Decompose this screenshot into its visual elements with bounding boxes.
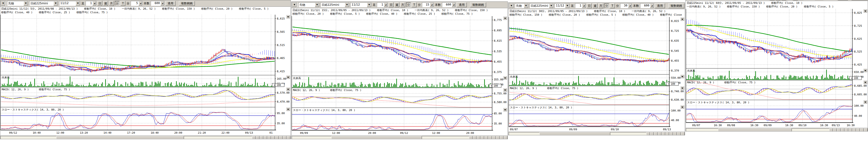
tick-button[interactable]: T xyxy=(793,0,798,0)
month-button[interactable]: 月 xyxy=(598,3,603,8)
mini-tool-button[interactable] xyxy=(480,136,484,139)
bar-count-spinner[interactable]: 600◢ xyxy=(442,2,456,7)
mini-tool-button[interactable] xyxy=(264,136,267,139)
chart-plot[interactable]: 09/1210:4012:0013:2014:4017:2018:4020:00… xyxy=(0,15,290,135)
pane-menu-button[interactable] xyxy=(503,108,507,111)
mini-tool-button[interactable] xyxy=(271,136,275,139)
mini-tool-button[interactable] xyxy=(669,132,673,135)
minute-button[interactable]: 分 xyxy=(787,0,792,0)
mini-tool-button[interactable] xyxy=(661,132,665,135)
scrollbar-thumb[interactable] xyxy=(56,136,184,139)
month-button[interactable]: 月 xyxy=(781,0,786,0)
multi-symbol-button[interactable]: 複数銘柄 xyxy=(669,3,684,8)
symbol-select[interactable]: 日経225mini▼ xyxy=(320,2,349,7)
mini-tool-button[interactable] xyxy=(279,136,283,139)
multi-symbol-button[interactable]: 複数銘柄 xyxy=(851,0,867,0)
bar-type-spinner[interactable]: 1◢ xyxy=(377,2,388,7)
mini-tool-button[interactable] xyxy=(473,136,476,139)
minute-button[interactable]: 分 xyxy=(406,2,411,7)
apply-button[interactable]: 適用 xyxy=(655,3,665,8)
mini-tool-button[interactable] xyxy=(504,136,507,139)
mini-tool-button[interactable] xyxy=(485,136,488,139)
category-select[interactable]: 先物▼ xyxy=(692,0,709,0)
chart-plot[interactable]: 09/0709/0909/1009/138,8158,7258,6358,545… xyxy=(508,17,685,132)
mini-tool-button[interactable] xyxy=(260,136,263,139)
mini-tool-button[interactable] xyxy=(268,136,271,139)
pane-menu-button[interactable] xyxy=(864,81,867,84)
contract-select[interactable]: 11/12▼ xyxy=(735,0,753,0)
chart-plot[interactable]: 09/0912:0020:0009/1212:0020:008,7758,695… xyxy=(291,16,507,135)
apply-button[interactable]: 適用 xyxy=(457,2,467,7)
mini-tool-button[interactable] xyxy=(283,136,286,139)
mini-tool-button[interactable] xyxy=(864,128,868,131)
mini-tool-button[interactable] xyxy=(841,128,844,131)
mini-tool-button[interactable] xyxy=(654,132,657,135)
week-button[interactable]: 週 xyxy=(395,2,399,7)
panel-menu-select[interactable]: ▼ xyxy=(292,2,297,7)
bar-type-spinner[interactable]: 1◢ xyxy=(575,3,586,8)
week-button[interactable]: 週 xyxy=(776,0,780,0)
mini-tool-button[interactable] xyxy=(646,132,650,135)
day-button[interactable]: 日 xyxy=(587,3,592,8)
panel-menu-select[interactable]: ▼ xyxy=(509,3,514,8)
month-button[interactable]: 月 xyxy=(400,2,405,7)
minute-button[interactable]: 分 xyxy=(115,1,120,6)
mini-tool-button[interactable] xyxy=(673,132,677,135)
mini-tool-button[interactable] xyxy=(845,128,848,131)
mini-tool-button[interactable] xyxy=(650,132,654,135)
pane-menu-button[interactable] xyxy=(503,76,507,79)
category-select[interactable]: 先物▼ xyxy=(298,2,319,7)
panel-menu-select[interactable]: ▼ xyxy=(1,1,6,6)
apply-button[interactable]: 適用 xyxy=(838,0,848,0)
pane-menu-button[interactable] xyxy=(286,108,290,111)
day-button[interactable]: 日 xyxy=(389,2,394,7)
mini-tool-button[interactable] xyxy=(488,136,492,139)
interval-spinner[interactable]: 60◢ xyxy=(803,0,815,0)
pane-menu-button[interactable] xyxy=(864,9,867,12)
symbol-select[interactable]: 日経225mini▼ xyxy=(710,0,735,0)
pane-menu-button[interactable] xyxy=(503,16,507,20)
contract-select[interactable]: 11/12▼ xyxy=(555,3,570,8)
contract-select[interactable]: 11/12▼ xyxy=(59,1,80,6)
pane-menu-button[interactable] xyxy=(286,88,290,91)
mini-tool-button[interactable] xyxy=(252,136,255,139)
multi-symbol-button[interactable]: 複数銘柄 xyxy=(470,2,486,7)
interval-spinner[interactable]: 30◢ xyxy=(620,3,632,8)
apply-button[interactable]: 適用 xyxy=(165,1,176,6)
bar-count-spinner[interactable]: 600◢ xyxy=(640,3,654,8)
chart-plot[interactable]: 09/0716:3009/0816:3009/0916:3009/1016:30… xyxy=(686,9,868,128)
mini-tool-button[interactable] xyxy=(500,136,503,139)
mini-tool-button[interactable] xyxy=(852,128,856,131)
symbol-select[interactable]: 日経225mini▼ xyxy=(529,3,554,8)
tick-button[interactable]: T xyxy=(121,1,125,6)
mini-tool-button[interactable] xyxy=(860,128,864,131)
mini-tool-button[interactable] xyxy=(469,136,472,139)
mini-tool-button[interactable] xyxy=(677,132,681,135)
mini-tool-button[interactable] xyxy=(665,132,669,135)
mini-tool-button[interactable] xyxy=(492,136,496,139)
mini-tool-button[interactable] xyxy=(837,128,840,131)
bar-type-spinner[interactable]: 1◢ xyxy=(758,0,769,0)
pane-menu-button[interactable] xyxy=(286,15,290,18)
week-button[interactable]: 週 xyxy=(593,3,597,8)
pane-menu-button[interactable] xyxy=(681,86,684,89)
scrollbar-thumb[interactable] xyxy=(718,128,792,131)
mini-tool-button[interactable] xyxy=(848,128,852,131)
interval-spinner[interactable]: 15◢ xyxy=(422,2,434,7)
tick-button[interactable]: T xyxy=(412,2,416,7)
mini-tool-button[interactable] xyxy=(658,132,661,135)
mini-tool-button[interactable] xyxy=(275,136,279,139)
mini-tool-button[interactable] xyxy=(287,136,290,139)
minute-button[interactable]: 分 xyxy=(604,3,609,8)
pane-menu-button[interactable] xyxy=(681,17,684,21)
scrollbar-thumb[interactable] xyxy=(331,136,422,139)
mini-tool-button[interactable] xyxy=(829,128,833,131)
day-button[interactable]: 日 xyxy=(97,1,102,6)
bar-count-spinner[interactable]: 600◢ xyxy=(151,1,164,6)
mini-tool-button[interactable] xyxy=(256,136,259,139)
mini-tool-button[interactable] xyxy=(681,132,684,135)
tick-button[interactable]: T xyxy=(610,3,615,8)
pane-menu-button[interactable] xyxy=(286,76,290,79)
mini-tool-button[interactable] xyxy=(477,136,480,139)
contract-select[interactable]: 11/12▼ xyxy=(350,2,372,7)
